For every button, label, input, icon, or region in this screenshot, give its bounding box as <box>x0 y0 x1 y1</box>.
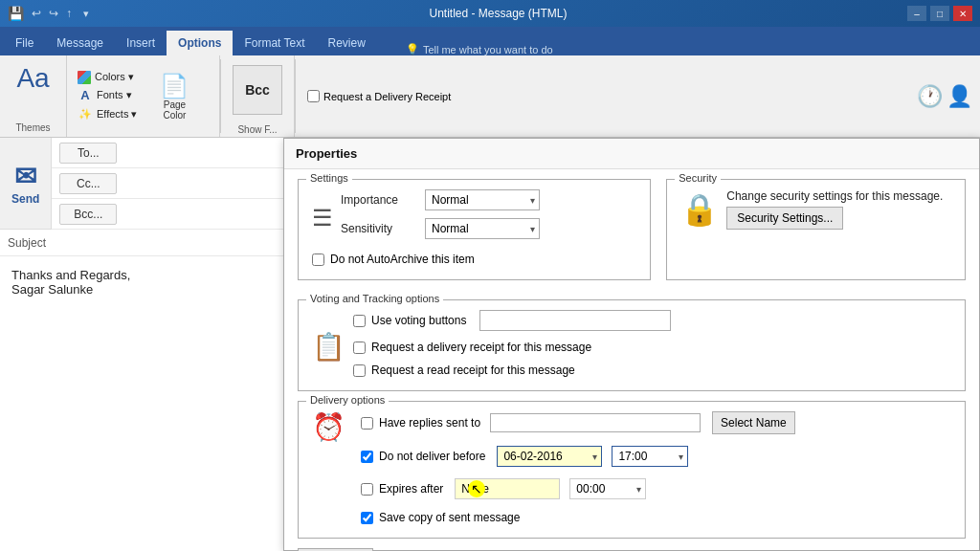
cc-input[interactable] <box>124 173 286 194</box>
select-name-button[interactable]: Select Name <box>712 411 795 434</box>
to-button[interactable]: To... <box>59 143 117 164</box>
bcc-input[interactable] <box>124 204 286 225</box>
use-voting-checkbox[interactable] <box>353 315 366 327</box>
read-receipt-row: Request a read receipt for this message <box>353 364 671 377</box>
redo-icon[interactable]: ↪ <box>49 7 58 20</box>
window-controls[interactable]: – □ ✕ <box>907 6 972 21</box>
themes-label: Themes <box>15 121 50 133</box>
themes-button[interactable]: Aa <box>16 63 49 94</box>
none-time-select[interactable]: 00:00 <box>569 478 646 499</box>
bcc-button[interactable]: Bcc... <box>59 204 117 225</box>
deliver-before-checkbox[interactable] <box>361 451 373 463</box>
date-select-wrap: 06-02-2016 <box>497 446 602 467</box>
up-icon[interactable]: ↑ <box>66 7 72 20</box>
ribbon: Aa Themes Colors ▾ A Fonts ▾ ✨ Effects ▾… <box>0 55 980 138</box>
subject-input[interactable] <box>67 232 286 253</box>
save-icon[interactable]: 💾 <box>8 6 24 21</box>
delivery-icon: ⏰ <box>312 411 345 443</box>
expires-row: Expires after None ↖ 00:00 <box>361 478 795 499</box>
close-button[interactable]: ✕ <box>953 6 972 21</box>
tab-format-text[interactable]: Format Text <box>233 31 316 55</box>
message-body[interactable]: Thanks and Regards, Sagar Salunke <box>0 256 286 551</box>
tab-options[interactable]: Options <box>167 31 233 55</box>
maximize-button[interactable]: □ <box>930 6 949 21</box>
delivery-options-label: Delivery options <box>306 394 389 406</box>
to-input[interactable] <box>124 143 286 164</box>
send-icon: ✉ <box>14 161 36 192</box>
page-color-button[interactable]: 📄 Page Color <box>151 59 197 133</box>
save-copy-checkbox[interactable] <box>361 512 373 524</box>
person-icon[interactable]: 👤 <box>947 84 972 109</box>
replies-checkbox[interactable] <box>361 417 373 430</box>
tab-review[interactable]: Review <box>317 31 377 55</box>
security-label: Security <box>675 172 721 184</box>
colors-icon <box>78 71 91 84</box>
undo-icon[interactable]: ↩ <box>32 7 41 20</box>
none-date-select[interactable]: None <box>455 478 560 499</box>
effects-button[interactable]: ✨ Effects ▾ <box>75 106 140 123</box>
compose-area: ✉ Send To... Cc... Bcc... Subject <box>0 138 980 551</box>
cc-button[interactable]: Cc... <box>59 173 117 194</box>
security-section: Security 🔒 Change security settings for … <box>666 179 966 280</box>
sensitivity-row: Sensitivity Normal <box>341 218 540 239</box>
tab-file[interactable]: File <box>4 31 45 55</box>
clock-icon[interactable]: 🕐 <box>917 84 943 109</box>
ribbon-right-icons: 🕐 👤 <box>909 55 980 137</box>
time-select-wrap: 17:00 <box>612 446 688 467</box>
tell-me-text[interactable]: Tell me what you want to do <box>423 44 553 55</box>
colors-button[interactable]: Colors ▾ <box>75 70 140 85</box>
fonts-button[interactable]: A Fonts ▾ <box>75 87 140 104</box>
delivery-receipt-prop-label: Request a delivery receipt for this mess… <box>371 341 591 354</box>
expires-label: Expires after <box>379 482 443 496</box>
settings-icon: ☰ <box>312 205 333 231</box>
colors-group: Colors ▾ A Fonts ▾ ✨ Effects ▾ 📄 Page Co… <box>67 55 220 137</box>
voting-icon: 📋 <box>312 331 345 363</box>
fonts-icon: A <box>78 88 93 103</box>
settings-security-row: Settings ☰ Importance Normal <box>298 179 966 290</box>
delivery-receipt-prop-checkbox[interactable] <box>353 342 366 354</box>
sensitivity-select-wrap: Normal <box>425 218 540 239</box>
voting-input[interactable] <box>479 310 671 331</box>
tell-me-bar: 💡 Tell me what you want to do <box>396 43 563 55</box>
settings-icon-area: ☰ Importance Normal <box>312 189 636 247</box>
bcc-button[interactable]: Bcc <box>233 65 282 115</box>
date-select[interactable]: 06-02-2016 <box>497 446 602 467</box>
read-receipt-checkbox[interactable] <box>353 364 366 377</box>
save-copy-label: Save copy of sent message <box>379 511 520 524</box>
replies-label: Have replies sent to <box>379 416 480 430</box>
voting-section: Voting and Tracking options 📋 Use voting… <box>298 299 966 391</box>
title-bar: 💾 ↩ ↪ ↑ ▾ Untitled - Message (HTML) – □ … <box>0 0 980 27</box>
tab-insert[interactable]: Insert <box>115 31 167 55</box>
panel-body: Settings ☰ Importance Normal <box>284 169 979 551</box>
themes-group: Aa Themes <box>0 55 67 137</box>
left-panel: ✉ Send To... Cc... Bcc... Subject <box>0 138 287 551</box>
minimize-button[interactable]: – <box>907 6 926 21</box>
deliver-before-row: Do not deliver before 06-02-2016 17:00 <box>361 446 795 467</box>
use-voting-row: Use voting buttons <box>353 310 671 331</box>
autoarchive-checkbox[interactable] <box>312 253 324 266</box>
replies-input[interactable] <box>490 413 701 432</box>
subject-label: Subject <box>0 232 67 253</box>
receipt-group: Request a Delivery Receipt <box>296 55 462 137</box>
importance-select[interactable]: Normal <box>425 189 540 210</box>
tab-message[interactable]: Message <box>45 31 115 55</box>
voting-label: Voting and Tracking options <box>306 293 443 304</box>
time-select[interactable]: 17:00 <box>612 446 688 467</box>
effects-icon: ✨ <box>78 107 93 122</box>
delivery-options-section: Delivery options ⏰ Have replies sent to … <box>298 401 966 539</box>
panel-title: Properties <box>284 139 979 169</box>
expires-checkbox[interactable] <box>361 483 373 496</box>
bcc-group: Bcc Show F... <box>221 55 295 137</box>
delivery-receipt-row: Request a delivery receipt for this mess… <box>353 341 671 354</box>
delivery-receipt-option[interactable]: Request a Delivery Receipt <box>307 90 451 102</box>
sensitivity-select[interactable]: Normal <box>425 218 540 239</box>
security-content: 🔒 Change security settings for this mess… <box>680 189 951 230</box>
security-settings-button[interactable]: Security Settings... <box>726 207 843 230</box>
deliver-before-label: Do not deliver before <box>379 450 485 463</box>
send-button[interactable]: ✉ Send <box>0 138 52 230</box>
properties-panel: Properties Settings ☰ Importance <box>283 138 980 551</box>
recipient-section: ✉ Send To... Cc... Bcc... <box>0 138 286 230</box>
to-row: To... <box>52 138 286 168</box>
delivery-receipt-checkbox[interactable] <box>307 90 320 102</box>
settings-section: Settings ☰ Importance Normal <box>298 179 651 280</box>
